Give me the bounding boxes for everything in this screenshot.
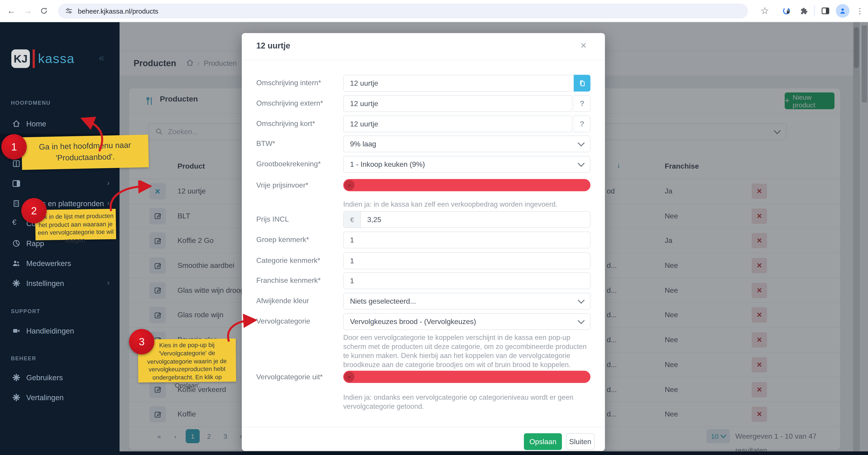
callout-2-number: 2 xyxy=(21,198,46,223)
field-label-prijs: Prijs INCL xyxy=(256,215,289,223)
sidebar-item-vertalingen[interactable]: Vertalingen xyxy=(0,388,120,407)
copy-button[interactable] xyxy=(574,75,590,91)
building-icon xyxy=(12,199,21,208)
modal-close-icon[interactable]: × xyxy=(581,39,587,52)
intern-input[interactable] xyxy=(343,75,590,91)
field-label-vervolgcategorie: Vervolgcategorie xyxy=(256,317,310,325)
help-button[interactable]: ? xyxy=(574,116,590,132)
field-prijs: € xyxy=(343,211,590,228)
field-label-franchise: Franchise kenmerk* xyxy=(256,277,321,285)
gear-icon xyxy=(12,393,21,402)
extensions-puzzle-icon[interactable] xyxy=(797,4,810,18)
help-button[interactable]: ? xyxy=(574,95,590,112)
callout-1-box: Ga in het hoofdmenu naar 'Productaanbod'… xyxy=(22,135,149,170)
franchise-input[interactable] xyxy=(343,273,590,289)
vervolgcategorie-uit-helper: Indien ja: ondanks een vervolgcategorie … xyxy=(343,393,590,411)
toggle-off-knob: × xyxy=(344,372,354,382)
browser-toolbar: ← → beheer.kjkassa.nl/products ☆ ⋮ xyxy=(0,0,868,22)
product-edit-modal: 12 uurtje × Omschrijving intern* Omschri… xyxy=(242,33,605,451)
panel-icon xyxy=(12,179,21,188)
sidebar-section-beheer: BEHEER xyxy=(11,355,36,362)
back-icon[interactable]: ← xyxy=(4,4,18,18)
field-label-categorie: Categorie kenmerk* xyxy=(256,256,320,265)
reload-icon[interactable] xyxy=(37,4,51,18)
currency-prefix: € xyxy=(344,211,361,227)
logo-badge: KJ xyxy=(11,49,30,68)
sidebar-item-medewerkers[interactable]: Medewerkers xyxy=(0,253,120,273)
sidebar-collapse-icon[interactable]: « xyxy=(99,52,104,64)
chevron-down-icon xyxy=(578,139,585,146)
groep-input[interactable] xyxy=(343,232,590,248)
field-kort: ? xyxy=(343,116,590,132)
pie-chart-icon xyxy=(12,239,21,248)
sidebar-section-support: SUPPORT xyxy=(11,308,40,314)
modal-header-divider xyxy=(242,60,605,60)
bottom-edge xyxy=(0,451,868,455)
save-button[interactable]: Opslaan xyxy=(524,433,562,450)
field-label-vervolgcategorie-uit: Vervolgcategorie uit* xyxy=(256,373,323,381)
callout-2-box: Klik in de lijst met producten het produ… xyxy=(35,209,116,240)
gear-icon xyxy=(12,279,21,288)
home-icon xyxy=(12,119,21,128)
vervolgcategorie-helper: Door een vervolgcategorie te koppelen ve… xyxy=(343,333,590,369)
chrome-menu-icon[interactable]: ⋮ xyxy=(853,4,867,18)
field-categorie xyxy=(343,252,590,269)
callout-3-number: 3 xyxy=(129,329,154,354)
toolbar-divider xyxy=(814,5,814,16)
video-icon xyxy=(12,326,21,335)
vrije-prijsinvoer-toggle[interactable]: × xyxy=(343,179,590,191)
extern-input[interactable] xyxy=(343,95,572,112)
field-label-kort: Omschrijving kort* xyxy=(256,120,315,128)
url-text: beheer.kjkassa.nl/products xyxy=(78,7,158,15)
bookmark-star-icon[interactable]: ☆ xyxy=(758,4,772,18)
vervolgcategorie-uit-toggle[interactable]: × xyxy=(343,371,590,383)
users-icon xyxy=(12,259,21,268)
gear-icon xyxy=(12,373,21,382)
field-intern xyxy=(343,75,590,91)
categorie-input[interactable] xyxy=(343,252,590,269)
field-label-btw: BTW* xyxy=(256,140,275,148)
field-label-grootboek: Grootboekrekening* xyxy=(256,160,321,168)
toggle-off-knob: × xyxy=(344,180,354,190)
side-panel-icon[interactable] xyxy=(819,4,832,18)
vrije-prijsinvoer-helper: Indien ja: in de kassa kan zelf een verk… xyxy=(343,200,590,209)
logo-divider xyxy=(33,49,35,68)
vervolgcategorie-select[interactable]: Vervolgkeuzes brood - (Vervolgkeuzes) xyxy=(343,313,590,330)
password-extension-icon[interactable] xyxy=(780,4,793,18)
sidebar-section-hoofdmenu: HOOFDMENU xyxy=(11,100,51,106)
sidebar-item-instellingen[interactable]: Instellingen › xyxy=(0,273,120,293)
modal-title: 12 uurtje xyxy=(256,41,290,51)
field-label-kleur: Afwijkende kleur xyxy=(256,297,309,305)
callout-1-number: 1 xyxy=(1,134,27,160)
kort-input[interactable] xyxy=(343,116,572,132)
prijs-input[interactable] xyxy=(343,211,590,228)
btw-select[interactable]: 9% laag xyxy=(343,136,590,152)
euro-icon: € xyxy=(12,218,17,227)
grootboek-select[interactable]: 1 - Inkoop keuken (9%) xyxy=(343,156,590,173)
chevron-right-icon: › xyxy=(107,273,110,292)
sidebar-item-covered[interactable]: › xyxy=(0,174,120,194)
field-groep xyxy=(343,232,590,248)
field-label-vrije-prijsinvoer: Vrije prijsinvoer* xyxy=(256,181,308,190)
modal-footer-divider xyxy=(242,427,605,427)
field-label-intern: Omschrijving intern* xyxy=(256,79,321,87)
chevron-down-icon xyxy=(578,317,585,324)
menu-book-icon xyxy=(12,159,21,168)
site-settings-icon[interactable] xyxy=(64,5,73,17)
sidebar-item-gebruikers[interactable]: Gebruikers xyxy=(0,368,120,388)
field-label-extern: Omschrijving extern* xyxy=(256,99,323,107)
field-label-groep: Groep kenmerk* xyxy=(256,236,309,244)
chevron-down-icon xyxy=(578,296,585,304)
profile-avatar-icon[interactable] xyxy=(836,4,849,18)
chevron-down-icon xyxy=(578,160,585,167)
field-franchise xyxy=(343,273,590,289)
forward-icon[interactable]: → xyxy=(21,4,34,18)
kleur-select[interactable]: Niets geselecteerd... xyxy=(343,293,590,310)
logo-text: kassa xyxy=(38,49,75,68)
chevron-right-icon: › xyxy=(107,174,110,193)
sidebar-item-handleidingen[interactable]: Handleidingen xyxy=(0,321,120,341)
sidebar-item-home[interactable]: Home xyxy=(0,114,120,134)
field-extern: ? xyxy=(343,95,590,112)
address-bar[interactable]: beheer.kjkassa.nl/products xyxy=(58,4,748,19)
modal-close-button[interactable]: Sluiten xyxy=(566,433,594,450)
